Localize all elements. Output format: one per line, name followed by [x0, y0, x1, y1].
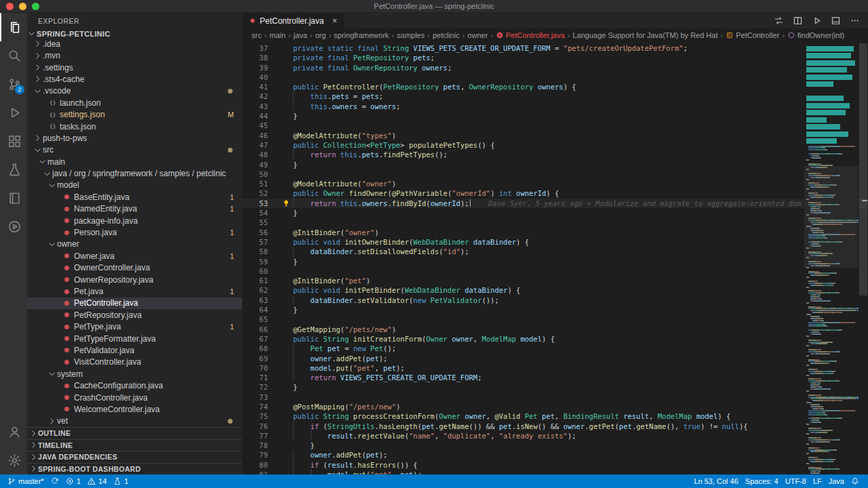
status-notifications-bell[interactable] [848, 474, 863, 488]
tree-item-main[interactable]: main [27, 156, 242, 167]
code-text: @InitBinder("owner") [268, 228, 379, 237]
tree-item-pettype-java[interactable]: PetType.java1 [27, 321, 242, 332]
status-encoding[interactable]: UTF-8 [782, 474, 810, 488]
status-problems-warnings[interactable]: 14 [84, 474, 110, 488]
activity-testing[interactable] [0, 155, 27, 184]
tree-item-package-info-java[interactable]: package-info.java [27, 215, 242, 226]
open-changes-button[interactable] [774, 16, 784, 26]
breadcrumb-java[interactable]: java [294, 31, 307, 39]
scrollbar[interactable] [859, 42, 868, 474]
status-problems-errors[interactable]: 1 [62, 474, 84, 488]
tree-item-tasks-json[interactable]: {}tasks.json [27, 121, 242, 132]
tree-item-java-org-springframework-samples-petclinic[interactable]: java / org / springframework / samples /… [27, 167, 242, 179]
minimap-token [821, 318, 824, 319]
breadcrumb-findowner-int[interactable]: findOwner(int) [787, 31, 844, 39]
minimap-token [819, 432, 825, 433]
code-token: pet [400, 470, 413, 474]
tree-item-petcontroller-java[interactable]: PetController.java [27, 298, 242, 309]
status-sync-button[interactable] [47, 474, 62, 488]
tree-root[interactable]: SPRING-PETCLINIC [27, 29, 242, 38]
breadcrumb-language-support-for-java-tm-by-red-hat[interactable]: Language Support for Java(TM) by Red Hat [572, 31, 717, 39]
breadcrumb-owner[interactable]: owner [467, 31, 488, 39]
section-timeline[interactable]: TIMELINE [27, 439, 242, 451]
close-button[interactable] [6, 3, 14, 10]
activity-manage[interactable] [0, 446, 27, 474]
tree-item-ownerrepository-java[interactable]: OwnerRepository.java [27, 274, 242, 285]
run-file-button[interactable] [812, 16, 822, 26]
tree-item-mvn[interactable]: .mvn [27, 50, 242, 62]
minimap-token [808, 361, 814, 362]
tree-item-petvalidator-java[interactable]: PetValidator.java [27, 344, 242, 356]
code-token: dataBinder [465, 286, 507, 294]
toggle-panel-button[interactable] [831, 16, 841, 26]
tree-item-ownercontroller-java[interactable]: OwnerController.java [27, 262, 242, 274]
status-tests-status[interactable]: 1 [110, 474, 132, 488]
tree-item-settings[interactable]: .settings [27, 62, 242, 73]
breadcrumb-petcontroller-java[interactable]: PetController.java [496, 31, 565, 39]
tree-item-visitcontroller-java[interactable]: VisitController.java [27, 357, 242, 368]
status-branch-status[interactable]: master* [4, 474, 47, 488]
section-java-dependencies[interactable]: JAVA DEPENDENCIES [27, 451, 242, 463]
tree-item-sts4-cache[interactable]: .sts4-cache [27, 73, 242, 85]
tree-item-vet[interactable]: vet [27, 415, 242, 427]
tree-item-system[interactable]: system [27, 368, 242, 380]
activity-spring-boot-dashboard[interactable] [0, 212, 27, 241]
line-number: 55 [242, 218, 268, 227]
tree-item-crashcontroller-java[interactable]: CrashController.java [27, 392, 242, 403]
minimap[interactable] [804, 42, 859, 474]
minimize-button[interactable] [19, 3, 26, 10]
tree-item-cacheconfiguration-java[interactable]: CacheConfiguration.java [27, 380, 242, 391]
section-outline[interactable]: OUTLINE [27, 427, 242, 439]
tree-item-pettypeformatter-java[interactable]: PetTypeFormatter.java [27, 333, 242, 344]
activity-source-control[interactable]: 2 [0, 70, 27, 98]
status-eol[interactable]: LF [810, 474, 825, 488]
split-editor-button[interactable] [793, 16, 803, 26]
tree-item-model[interactable]: model [27, 180, 242, 191]
activity-search[interactable] [0, 41, 27, 70]
tree-item-petrepository-java[interactable]: PetRepository.java [27, 309, 242, 321]
activity-accounts[interactable] [0, 418, 27, 446]
activity-extensions[interactable] [0, 127, 27, 155]
status-indentation[interactable]: Spaces: 4 [742, 474, 782, 488]
lightbulb-icon[interactable] [282, 199, 290, 207]
status-language-mode[interactable]: Java [825, 474, 848, 488]
tree-item-owner[interactable]: owner [27, 239, 242, 250]
tree-item-owner-java[interactable]: Owner.java1 [27, 250, 242, 262]
breadcrumb-petcontroller[interactable]: PetController [726, 31, 779, 39]
section-spring-boot-dashboard[interactable]: SPRING-BOOT DASHBOARD [27, 463, 242, 475]
tree-item-person-java[interactable]: Person.java1 [27, 226, 242, 238]
code-editor[interactable]: 37private static final String VIEWS_PETS… [242, 42, 868, 474]
activity-notebooks[interactable] [0, 184, 27, 212]
scrollbar-thumb[interactable] [859, 43, 867, 296]
minimap-token [816, 451, 826, 452]
tree-item-vscode[interactable]: .vscode [27, 85, 242, 97]
chevron-right-icon [29, 429, 38, 438]
breadcrumb-samples[interactable]: samples [397, 31, 425, 39]
tree-item-namedentity-java[interactable]: NamedEntity.java1 [27, 203, 242, 215]
tree-item-baseentity-java[interactable]: BaseEntity.java1 [27, 191, 242, 203]
activity-explorer[interactable] [0, 13, 27, 41]
minimap-slider[interactable] [804, 166, 859, 268]
tree-item-welcomecontroller-java[interactable]: WelcomeController.java [27, 403, 242, 415]
code-token: owner [311, 451, 332, 459]
tab-petcontroller-java[interactable]: PetController.java × [242, 13, 344, 28]
line-number: 43 [242, 102, 268, 111]
activity-run-and-debug[interactable] [0, 98, 27, 127]
tree-item-settings-json[interactable]: {}settings.jsonM [27, 108, 242, 120]
breadcrumb-org[interactable]: org [315, 31, 326, 39]
tree-item-idea[interactable]: .idea [27, 38, 242, 49]
zoom-button[interactable] [32, 3, 39, 10]
line-number: 42 [242, 92, 268, 101]
breadcrumb-main[interactable]: main [269, 31, 285, 39]
breadcrumb-src[interactable]: src [252, 31, 262, 39]
close-tab-icon[interactable]: × [332, 16, 338, 25]
tree-item-launch-json[interactable]: {}launch.json [27, 97, 242, 108]
breadcrumb-petclinic[interactable]: petclinic [433, 31, 460, 39]
code-token: ; [379, 92, 383, 100]
breadcrumb-springframework[interactable]: springframework [334, 31, 389, 39]
tree-item-src[interactable]: src [27, 144, 242, 156]
status-cursor-position[interactable]: Ln 53, Col 46 [690, 474, 741, 488]
more-actions-button[interactable] [850, 16, 860, 26]
tree-item-push-to-pws[interactable]: push-to-pws [27, 132, 242, 144]
tree-item-pet-java[interactable]: Pet.java1 [27, 285, 242, 297]
